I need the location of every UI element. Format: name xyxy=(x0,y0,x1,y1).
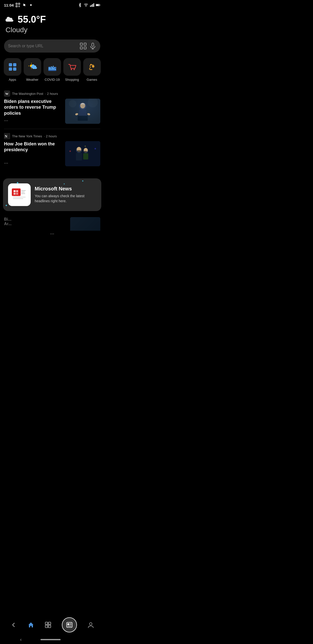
news-source-row-1: W The Washington Post · 2 hours xyxy=(4,91,100,97)
notification-dot xyxy=(29,3,33,7)
news-card-2[interactable]: N The New York Times · 2 hours How Joe B… xyxy=(0,129,104,169)
svg-point-56 xyxy=(80,103,85,108)
svg-point-51 xyxy=(79,103,86,110)
news-content-1: Biden plans executive orders to reverse … xyxy=(4,99,100,124)
more-options-1[interactable]: ··· xyxy=(4,117,8,123)
svg-text:W: W xyxy=(5,92,9,96)
status-bar: 11:04 xyxy=(0,0,104,9)
quick-item-covid19[interactable]: COVID-19 xyxy=(43,58,61,82)
svg-rect-73 xyxy=(12,188,21,196)
svg-rect-22 xyxy=(80,47,82,49)
partial-article: Bi...Ar... xyxy=(0,213,104,231)
status-left: 11:04 xyxy=(4,3,33,7)
svg-rect-6 xyxy=(18,6,19,6)
svg-rect-74 xyxy=(21,190,26,191)
svg-rect-79 xyxy=(14,190,16,192)
quick-item-shopping[interactable]: Shopping xyxy=(63,58,81,82)
quick-item-apps[interactable]: Apps xyxy=(4,58,21,82)
svg-rect-41 xyxy=(55,69,56,70)
svg-rect-75 xyxy=(21,192,25,192)
svg-rect-13 xyxy=(90,6,91,7)
weather-condition: Cloudy xyxy=(5,26,99,34)
source-name-2: The New York Times xyxy=(12,134,42,138)
quick-access-row: Apps Weather xyxy=(0,56,104,87)
svg-rect-29 xyxy=(9,67,12,71)
svg-point-60 xyxy=(69,150,71,152)
ms-news-title: Microsoft News xyxy=(35,186,96,192)
visual-search-icon[interactable] xyxy=(80,43,87,50)
washington-post-logo: W xyxy=(4,91,10,97)
quick-label-games: Games xyxy=(87,78,97,82)
weather-temp-row: 55.0°F xyxy=(5,14,99,25)
svg-point-54 xyxy=(75,113,78,116)
svg-rect-5 xyxy=(16,6,17,7)
nyt-logo: N xyxy=(4,133,10,139)
microphone-icon[interactable] xyxy=(89,43,96,50)
news-card-1[interactable]: W The Washington Post · 2 hours Biden pl… xyxy=(0,87,104,127)
svg-rect-64 xyxy=(76,153,82,160)
svg-rect-76 xyxy=(21,193,25,194)
more-options-2[interactable]: ··· xyxy=(4,160,8,166)
svg-rect-80 xyxy=(16,190,18,192)
signal-icon xyxy=(90,3,94,7)
news-headline-2: How Joe Biden won the presidency xyxy=(4,141,62,153)
quick-label-covid19: COVID-19 xyxy=(45,78,60,82)
cloud-icon xyxy=(5,16,15,23)
svg-rect-78 xyxy=(13,198,23,199)
svg-rect-40 xyxy=(53,68,54,70)
news-content-2: How Joe Biden won the presidency xyxy=(4,141,100,166)
weather-section: 55.0°F Cloudy xyxy=(0,9,104,36)
battery-icon xyxy=(96,3,100,7)
svg-point-55 xyxy=(87,113,91,116)
ms-news-icon-box xyxy=(8,183,31,206)
games-icon-box xyxy=(83,58,101,76)
quick-item-games[interactable]: Games xyxy=(83,58,101,82)
partial-more-dots: ··· xyxy=(0,231,104,262)
svg-point-11 xyxy=(30,4,32,6)
svg-rect-14 xyxy=(91,5,92,7)
svg-rect-8 xyxy=(18,7,19,7)
news-image-2 xyxy=(65,141,100,166)
shopping-icon-box xyxy=(63,58,81,76)
svg-point-12 xyxy=(86,6,86,7)
svg-point-50 xyxy=(88,99,98,107)
svg-rect-21 xyxy=(84,43,86,45)
search-input[interactable] xyxy=(8,44,77,48)
search-bar[interactable] xyxy=(4,39,100,53)
svg-point-49 xyxy=(69,100,76,107)
sparkle-2: ✦ xyxy=(82,180,84,182)
source-time-1: · 2 hours xyxy=(45,92,58,96)
svg-rect-52 xyxy=(79,110,86,118)
source-time-2: · 2 hours xyxy=(44,134,57,138)
news-text-1: Biden plans executive orders to reverse … xyxy=(4,99,62,124)
bing-icon xyxy=(22,3,27,7)
svg-rect-27 xyxy=(9,63,12,66)
sparkle-4: ✦ xyxy=(63,183,65,185)
svg-rect-20 xyxy=(80,43,82,45)
svg-rect-81 xyxy=(14,193,16,195)
quick-label-shopping: Shopping xyxy=(65,78,79,82)
svg-point-61 xyxy=(95,148,96,149)
qr-code-icon xyxy=(16,3,20,7)
microsoft-news-popup[interactable]: ✦ ✦ ✦ ✦ Microsoft News You can always ch… xyxy=(3,178,101,211)
svg-rect-48 xyxy=(65,99,100,124)
apps-icon-box xyxy=(4,58,21,76)
svg-rect-69 xyxy=(77,150,81,152)
weather-icon-box xyxy=(24,58,41,76)
status-right xyxy=(78,3,100,7)
svg-rect-82 xyxy=(16,193,18,195)
sparkle-3: ✦ xyxy=(5,204,8,207)
svg-rect-19 xyxy=(96,4,99,6)
quick-item-weather[interactable]: Weather xyxy=(24,58,41,82)
covid19-icon-box xyxy=(43,58,61,76)
weather-temperature: 55.0°F xyxy=(18,14,46,25)
ms-news-text: Microsoft News You can always check the … xyxy=(35,186,96,204)
svg-rect-24 xyxy=(92,43,94,47)
svg-point-62 xyxy=(85,146,86,147)
ms-news-description: You can always check the latest headline… xyxy=(35,194,96,204)
wifi-icon xyxy=(84,3,88,7)
svg-rect-70 xyxy=(84,151,87,152)
news-source-row-2: N The New York Times · 2 hours xyxy=(4,133,100,139)
svg-text:N: N xyxy=(5,135,7,138)
news-text-2: How Joe Biden won the presidency xyxy=(4,141,62,166)
